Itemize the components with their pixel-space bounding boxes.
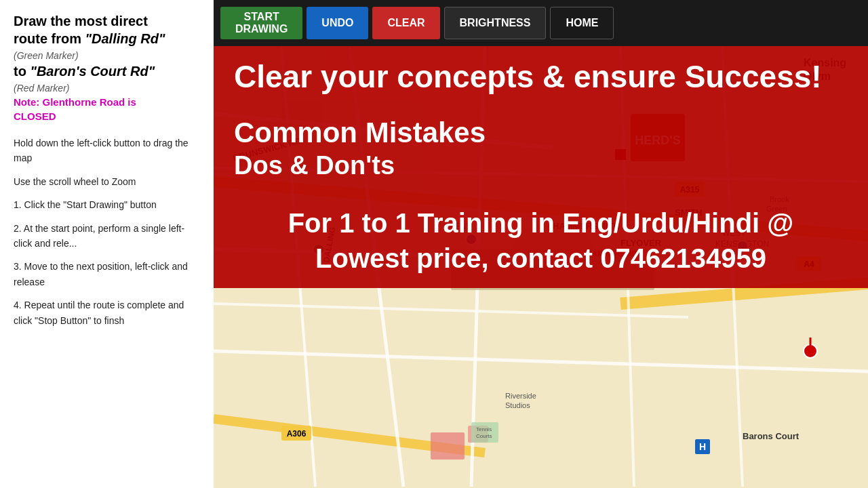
svg-text:H: H bbox=[699, 441, 706, 452]
step-3: 3. Move to the next position, left-click… bbox=[14, 259, 200, 289]
left-instruction-panel: Draw the most direct route from "Dalling… bbox=[0, 0, 214, 488]
from-marker: (Green Marker) bbox=[14, 50, 200, 61]
brightness-button[interactable]: BRIGHTNESS bbox=[444, 7, 547, 39]
svg-text:Tennis: Tennis bbox=[476, 426, 492, 432]
step-1: 1. Click the "Start Drawing" button bbox=[14, 197, 200, 212]
svg-rect-45 bbox=[431, 432, 465, 460]
banner-concepts: Clear your concepts & ensure Success! bbox=[214, 46, 868, 108]
map-area[interactable]: STARTDRAWING UNDO CLEAR BRIGHTNESS HOME bbox=[214, 0, 868, 488]
svg-text:Barons Court: Barons Court bbox=[743, 431, 800, 441]
to-marker: (Red Marker) bbox=[14, 83, 200, 94]
instruction-steps: Hold down the left-click button to drag … bbox=[14, 136, 200, 328]
note-closed: Note: Glenthorne Road is CLOSED bbox=[14, 95, 200, 123]
from-place: "Dalling Rd" bbox=[85, 31, 165, 46]
map-canvas[interactable]: BRUNSWICK RD DALLING GLENT HAMMERSMITH H… bbox=[214, 46, 868, 488]
svg-rect-47 bbox=[471, 422, 498, 443]
title-line1: Draw the most direct bbox=[14, 14, 148, 28]
svg-text:Studios: Studios bbox=[505, 401, 530, 409]
svg-text:Riverside: Riverside bbox=[505, 392, 536, 400]
title-line2: route from bbox=[14, 31, 85, 46]
step-4: 4. Repeat until the route is complete an… bbox=[14, 298, 200, 328]
step-2: 2. At the start point, perform a single … bbox=[14, 221, 200, 251]
start-drawing-button[interactable]: STARTDRAWING bbox=[220, 7, 302, 39]
undo-button[interactable]: UNDO bbox=[307, 7, 368, 39]
step-zoom: Use the scroll wheel to Zoom bbox=[14, 174, 200, 189]
home-button[interactable]: HOME bbox=[550, 7, 614, 39]
svg-text:A306: A306 bbox=[287, 429, 307, 439]
step-drag: Hold down the left-click button to drag … bbox=[14, 136, 200, 166]
banner-mistakes: Common Mistakes Dos & Don'ts bbox=[214, 108, 868, 193]
clear-button[interactable]: CLEAR bbox=[372, 7, 439, 39]
to-word: to bbox=[14, 64, 30, 79]
to-place: "Baron's Court Rd" bbox=[30, 64, 155, 79]
svg-text:Courts: Courts bbox=[476, 433, 492, 439]
banner-contact: For 1 to 1 Training in Eng/Urdu/Hindi @ … bbox=[214, 193, 868, 288]
map-toolbar: STARTDRAWING UNDO CLEAR BRIGHTNESS HOME bbox=[214, 0, 868, 46]
